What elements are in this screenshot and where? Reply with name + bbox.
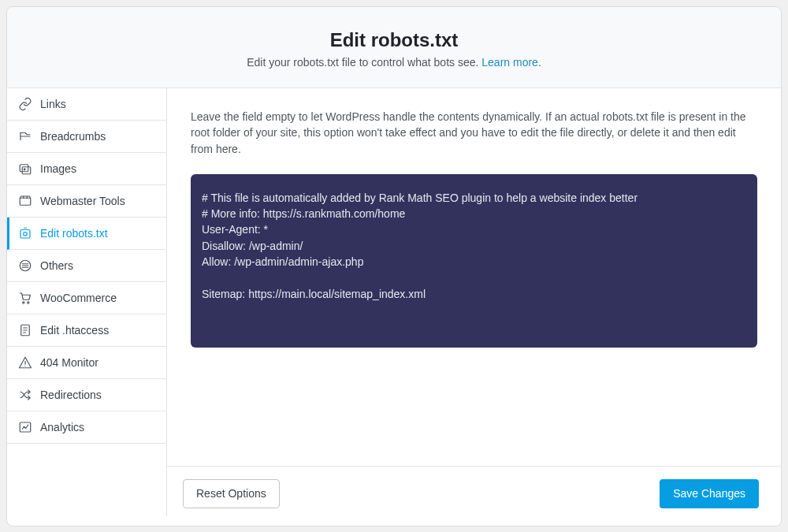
sidebar-item-label: Others bbox=[40, 259, 73, 272]
sidebar-item-label: Links bbox=[40, 98, 66, 110]
analytics-icon bbox=[18, 420, 32, 434]
htaccess-icon bbox=[18, 323, 32, 337]
svg-rect-0 bbox=[20, 165, 28, 172]
redirections-icon bbox=[18, 388, 32, 402]
content-area: Leave the field empty to let WordPress h… bbox=[167, 88, 781, 516]
subtitle-suffix: . bbox=[538, 56, 541, 69]
sidebar-item-label: Breadcrumbs bbox=[40, 130, 106, 143]
sidebar-item-images[interactable]: Images bbox=[7, 153, 166, 185]
images-icon bbox=[18, 162, 32, 176]
svg-point-8 bbox=[28, 302, 29, 303]
sidebar-item-label: Edit robots.txt bbox=[40, 227, 108, 240]
sidebar-item-htaccess[interactable]: Edit .htaccess bbox=[7, 314, 166, 347]
sidebar-item-label: Webmaster Tools bbox=[40, 195, 125, 207]
settings-sidebar: Links Breadcrumbs Images W bbox=[7, 88, 167, 516]
breadcrumbs-icon bbox=[18, 129, 32, 143]
sidebar-item-label: Edit .htaccess bbox=[40, 324, 109, 337]
page-header: Edit robots.txt Edit your robots.txt fil… bbox=[7, 7, 781, 88]
svg-point-2 bbox=[24, 169, 25, 170]
robots-icon bbox=[18, 226, 32, 240]
webmaster-icon bbox=[18, 194, 32, 208]
svg-point-7 bbox=[23, 302, 24, 303]
sidebar-item-breadcrumbs[interactable]: Breadcrumbs bbox=[7, 121, 166, 153]
robots-txt-editor[interactable] bbox=[191, 174, 757, 348]
svg-point-10 bbox=[24, 366, 25, 366]
sidebar-item-redirections[interactable]: Redirections bbox=[7, 379, 166, 411]
sidebar-item-404[interactable]: 404 Monitor bbox=[7, 347, 166, 379]
others-icon bbox=[18, 259, 32, 273]
svg-rect-3 bbox=[20, 198, 31, 205]
page-title: Edit robots.txt bbox=[23, 29, 765, 51]
sidebar-item-links[interactable]: Links bbox=[7, 88, 166, 121]
save-changes-button[interactable]: Save Changes bbox=[660, 479, 759, 508]
settings-panel: Edit robots.txt Edit your robots.txt fil… bbox=[6, 6, 782, 526]
subtitle-text: Edit your robots.txt file to control wha… bbox=[247, 56, 481, 69]
svg-rect-4 bbox=[20, 230, 30, 239]
sidebar-item-label: 404 Monitor bbox=[40, 356, 98, 369]
links-icon bbox=[18, 97, 32, 111]
sidebar-item-analytics[interactable]: Analytics bbox=[7, 411, 166, 444]
helper-text: Leave the field empty to let WordPress h… bbox=[191, 109, 757, 157]
learn-more-link[interactable]: Learn more bbox=[481, 56, 538, 69]
sidebar-item-others[interactable]: Others bbox=[7, 250, 166, 282]
sidebar-item-robots[interactable]: Edit robots.txt bbox=[7, 218, 166, 250]
sidebar-item-label: Redirections bbox=[40, 389, 102, 401]
sidebar-item-label: WooCommerce bbox=[40, 292, 117, 304]
footer-actions: Reset Options Save Changes bbox=[167, 466, 781, 526]
page-subtitle: Edit your robots.txt file to control wha… bbox=[23, 56, 765, 69]
sidebar-item-label: Images bbox=[40, 162, 76, 175]
svg-point-5 bbox=[24, 233, 28, 236]
body-region: Links Breadcrumbs Images W bbox=[7, 88, 781, 516]
svg-rect-1 bbox=[22, 167, 31, 174]
sidebar-item-woocommerce[interactable]: WooCommerce bbox=[7, 282, 166, 314]
reset-options-button[interactable]: Reset Options bbox=[183, 479, 280, 508]
warning-icon bbox=[18, 355, 32, 370]
sidebar-item-webmaster[interactable]: Webmaster Tools bbox=[7, 185, 166, 218]
woocommerce-icon bbox=[18, 291, 32, 305]
sidebar-item-label: Analytics bbox=[40, 421, 84, 433]
